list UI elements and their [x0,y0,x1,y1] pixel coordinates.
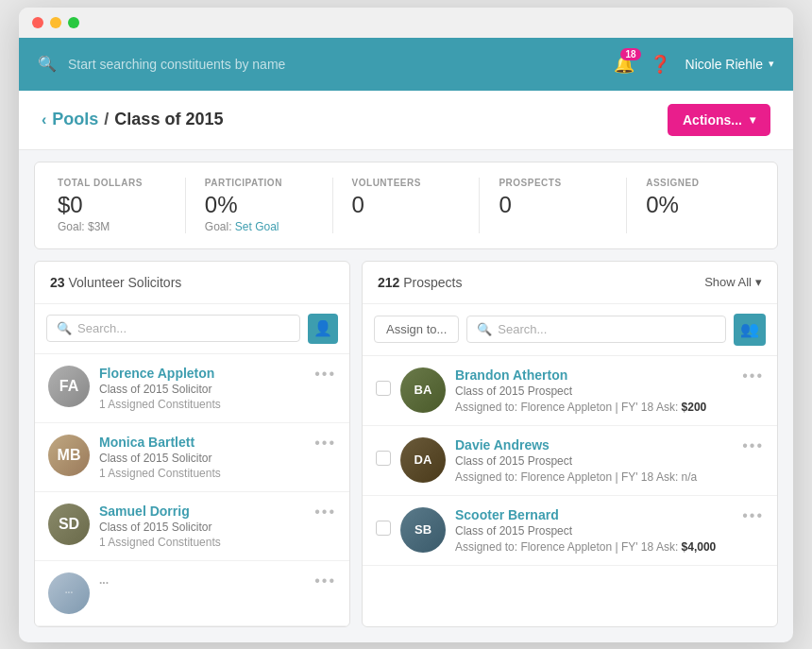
prospect-info: Scooter Bernard Class of 2015 Prospect A… [455,507,733,554]
prospect-name[interactable]: Brandon Atherton [455,367,733,383]
title-bar [19,8,793,38]
actions-button[interactable]: Actions... ▾ [668,104,770,136]
back-button[interactable]: ‹ [42,111,46,128]
solicitor-info: Monica Bartlett Class of 2015 Solicitor … [99,435,305,480]
solicitor-name[interactable]: Samuel Dorrig [99,504,305,519]
assign-to-button[interactable]: Assign to... [374,316,459,343]
user-menu[interactable]: Nicole Riehle ▾ [685,57,774,72]
solicitor-role: Class of 2015 Solicitor [99,452,305,465]
app-window: 🔍 🔔 18 ❓ Nicole Riehle ▾ ‹ Pools / Class… [19,8,793,642]
stat-goal-total-dollars: Goal: $3M [58,220,166,233]
solicitor-assigned: 1 Assigned Constituents [99,536,305,549]
prospects-panel-header: 212 Prospects Show All ▾ [363,262,777,304]
list-item: SD Samuel Dorrig Class of 2015 Solicitor… [35,492,349,561]
prospect-details: Assigned to: Florence Appleton | FY' 18 … [455,470,733,484]
global-search-input[interactable] [68,57,602,72]
item-menu-icon[interactable]: ••• [742,507,764,524]
solicitors-panel: 23 Volunteer Solicitors 🔍 👤 FA [34,261,350,627]
add-solicitor-button[interactable]: 👤 [308,314,338,344]
list-item: ··· ··· ••• [35,561,349,626]
add-person-icon: 👤 [313,319,332,337]
prospect-details: Assigned to: Florence Appleton | FY' 18 … [455,401,733,414]
actions-chevron-icon: ▾ [750,113,755,127]
breadcrumb-parent[interactable]: Pools [52,110,98,129]
search-icon-sm: 🔍 [477,322,492,336]
prospects-search-wrap: 🔍 [466,316,726,343]
solicitors-list: FA Florence Appleton Class of 2015 Solic… [35,354,349,626]
prospect-info: Davie Andrews Class of 2015 Prospect Ass… [455,437,733,484]
stat-label-participation: PARTICIPATION [205,178,313,188]
prospect-name[interactable]: Scooter Bernard [455,507,733,522]
stat-goal-participation: Goal: Set Goal [205,220,313,233]
breadcrumb: ‹ Pools / Class of 2015 [42,110,223,129]
item-menu-icon[interactable]: ••• [314,504,336,521]
prospect-role: Class of 2015 Prospect [455,454,733,468]
list-item: SB Scooter Bernard Class of 2015 Prospec… [363,496,777,566]
solicitor-name[interactable]: Florence Appleton [99,366,305,381]
avatar: DA [400,437,446,483]
solicitor-info: Florence Appleton Class of 2015 Solicito… [99,366,305,411]
prospect-checkbox[interactable] [376,381,391,396]
maximize-dot[interactable] [68,17,79,28]
notifications-button[interactable]: 🔔 18 [614,54,634,75]
solicitor-name[interactable]: Monica Bartlett [99,435,305,450]
stat-value-prospects: 0 [499,192,607,218]
solicitor-info: Samuel Dorrig Class of 2015 Solicitor 1 … [99,504,305,549]
add-group-icon: 👥 [740,320,759,338]
solicitors-count: 23 Volunteer Solicitors [50,275,181,290]
solicitor-role: Class of 2015 Solicitor [99,383,305,396]
solicitor-role: Class of 2015 Solicitor [99,521,305,534]
stat-label-total-dollars: TOTAL DOLLARS [58,178,166,188]
solicitors-panel-header: 23 Volunteer Solicitors [35,262,349,304]
solicitors-search-bar: 🔍 👤 [35,304,349,354]
avatar: FA [48,366,90,407]
stat-assigned: ASSIGNED 0% [646,178,754,233]
avatar: ··· [48,572,90,614]
prospect-details: Assigned to: Florence Appleton | FY' 18 … [455,540,733,554]
set-goal-link[interactable]: Set Goal [235,220,279,233]
prospects-list: BA Brandon Atherton Class of 2015 Prospe… [363,356,777,566]
help-button[interactable]: ❓ [650,54,670,75]
stat-participation: PARTICIPATION 0% Goal: Set Goal [205,178,333,233]
show-all-button[interactable]: Show All ▾ [704,275,762,289]
list-item: BA Brandon Atherton Class of 2015 Prospe… [363,356,777,426]
stat-label-volunteers: VOLUNTEERS [352,178,461,188]
nav-bar: 🔍 🔔 18 ❓ Nicole Riehle ▾ [19,38,793,91]
item-menu-icon[interactable]: ••• [742,437,764,454]
prospects-count: 212 Prospects [378,275,463,290]
notification-badge: 18 [620,48,640,60]
avatar: MB [48,435,90,476]
prospects-panel: 212 Prospects Show All ▾ Assign to... 🔍 … [362,261,778,627]
show-all-chevron-icon: ▾ [755,275,762,289]
solicitor-name: ··· [99,572,305,589]
item-menu-icon[interactable]: ••• [314,366,336,383]
stat-value-assigned: 0% [646,192,754,218]
prospect-name[interactable]: Davie Andrews [455,437,733,453]
item-menu-icon[interactable]: ••• [742,367,764,384]
breadcrumb-bar: ‹ Pools / Class of 2015 Actions... ▾ [19,91,793,150]
stat-label-assigned: ASSIGNED [646,178,754,188]
item-menu-icon[interactable]: ••• [314,572,336,589]
prospect-checkbox[interactable] [376,451,391,466]
prospect-checkbox[interactable] [376,521,391,536]
item-menu-icon[interactable]: ••• [314,435,336,452]
stat-volunteers: VOLUNTEERS 0 [352,178,481,233]
stat-value-volunteers: 0 [352,192,461,218]
solicitors-search-input[interactable] [77,321,290,335]
list-item: FA Florence Appleton Class of 2015 Solic… [35,354,349,423]
breadcrumb-current: Class of 2015 [114,110,223,129]
prospects-toolbar: Assign to... 🔍 👥 [363,304,777,356]
search-icon: 🔍 [38,55,57,73]
solicitor-assigned: 1 Assigned Constituents [99,467,305,480]
prospects-search-input[interactable] [498,322,716,336]
breadcrumb-separator: / [104,110,109,129]
close-dot[interactable] [32,17,43,28]
stat-value-total-dollars: $0 [58,192,166,218]
search-icon-sm: 🔍 [57,321,72,335]
minimize-dot[interactable] [50,17,61,28]
add-prospect-button[interactable]: 👥 [734,314,766,346]
stat-value-participation: 0% [205,192,313,218]
list-item: MB Monica Bartlett Class of 2015 Solicit… [35,423,349,492]
solicitors-search-wrap: 🔍 [46,315,300,342]
list-item: DA Davie Andrews Class of 2015 Prospect … [363,426,777,496]
